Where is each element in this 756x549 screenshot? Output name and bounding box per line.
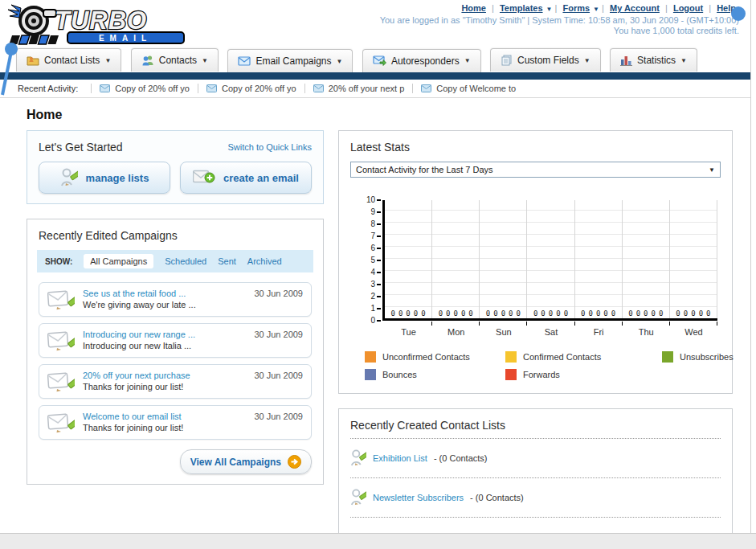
top-link-templates[interactable]: Templates <box>500 3 543 13</box>
footer-strip <box>0 533 756 549</box>
chart-y-axis: 109876543210 <box>362 200 382 321</box>
value-label: 0 <box>439 309 443 318</box>
envelope-pencil-icon <box>47 371 75 392</box>
chart-legend: Unconfirmed ContactsConfirmed ContactsUn… <box>365 351 721 380</box>
filter-sent[interactable]: Sent <box>218 256 236 266</box>
tab-label: Custom Fields <box>517 55 579 66</box>
contact-list-link[interactable]: Exhibition List <box>373 453 427 463</box>
value-label: 0 <box>706 309 710 318</box>
tab-label: Email Campaigns <box>255 55 331 67</box>
y-tick-label: 2 <box>370 292 381 301</box>
campaign-row[interactable]: Introducing our new range ... Introducin… <box>39 323 312 358</box>
people-icon <box>141 55 154 66</box>
chevron-down-icon: ▼ <box>202 57 208 64</box>
campaign-title-link[interactable]: Introducing our new range ... <box>83 330 246 339</box>
value-label: 0 <box>446 309 450 318</box>
value-label: 0 <box>636 309 640 318</box>
manage-lists-button[interactable]: manage lists <box>39 162 170 194</box>
contact-list-count: - (0 Contacts) <box>470 493 524 502</box>
envelope-icon <box>100 84 110 92</box>
top-link-forms[interactable]: Forms <box>562 3 590 13</box>
y-tick-label: 0 <box>370 316 381 325</box>
value-labels: 00000 <box>670 309 717 318</box>
envelope-pencil-icon <box>47 289 75 310</box>
tab-statistics[interactable]: Statistics ▼ <box>610 48 697 72</box>
view-all-campaigns-button[interactable]: View All Campaigns <box>180 449 312 474</box>
chevron-down-icon: ▼ <box>337 58 343 65</box>
legend-label: Forwards <box>523 370 560 379</box>
filter-scheduled[interactable]: Scheduled <box>165 256 206 266</box>
filter-archived[interactable]: Archived <box>247 256 282 266</box>
filter-all-campaigns[interactable]: All Campaigns <box>84 254 153 268</box>
legend-item: Unsubscribes <box>662 351 734 363</box>
campaign-title-link[interactable]: 20% off your next purchase <box>83 371 246 380</box>
x-tick-label: Wed <box>670 327 717 337</box>
switch-quick-links[interactable]: Switch to Quick Links <box>227 142 312 152</box>
chart-plot-area: 00000000000000000000000000000000000 <box>382 200 717 321</box>
status-line-2: You have 1,000 total credits left. <box>380 26 739 36</box>
chart-day-column: 00000 <box>670 200 717 318</box>
value-label: 0 <box>454 309 458 318</box>
recent-activity-item[interactable]: Copy of 20% off yo <box>91 84 198 93</box>
tab-contacts[interactable]: Contacts ▼ <box>131 48 219 72</box>
value-label: 0 <box>533 309 537 318</box>
value-label: 0 <box>509 309 513 318</box>
recent-activity-item[interactable]: Copy of Welcome to <box>412 84 524 93</box>
campaign-title-link[interactable]: See us at the retail food ... <box>83 289 246 298</box>
top-link-home[interactable]: Home <box>461 3 486 13</box>
recent-campaigns-panel: Recently Edited Campaigns SHOW: All Camp… <box>27 219 324 485</box>
campaign-row[interactable]: Welcome to our email list Thanks for joi… <box>39 405 312 440</box>
value-label: 0 <box>549 309 553 318</box>
chevron-down-icon: ▼ <box>464 57 471 64</box>
contact-list-link[interactable]: Newsletter Subscribers <box>373 493 464 502</box>
value-label: 0 <box>391 309 395 318</box>
top-link-logout[interactable]: Logout <box>673 3 703 13</box>
stats-range-value: Contact Activity for the Last 7 Days <box>356 165 493 174</box>
envelope-arrow-icon <box>373 55 386 66</box>
x-tick-label: Mon <box>432 327 480 337</box>
value-label: 0 <box>611 309 615 318</box>
y-tick-label: 6 <box>370 244 381 252</box>
campaign-date: 30 Jun 2009 <box>254 371 303 380</box>
value-labels: 00000 <box>480 309 526 318</box>
y-tick-label: 7 <box>370 231 381 240</box>
page-title: Home <box>27 108 731 122</box>
y-tick-label: 3 <box>370 280 381 289</box>
campaign-row[interactable]: See us at the retail food ... We're givi… <box>39 282 312 317</box>
value-labels: 00000 <box>623 309 669 318</box>
legend-swatch <box>365 351 376 363</box>
value-label: 0 <box>398 309 403 318</box>
legend-label: Unconfirmed Contacts <box>382 352 470 362</box>
legend-item: Forwards <box>505 369 662 380</box>
contact-list-item[interactable]: Newsletter Subscribers - (0 Contacts) <box>350 485 721 510</box>
envelope-icon <box>421 84 431 92</box>
main-nav: Contact Lists ▼ Contacts ▼ Email Campaig… <box>0 48 750 72</box>
app-window: TURBO EMAIL Home | Templates▼ | Forms▼ |… <box>0 0 751 533</box>
tab-label: Statistics <box>637 55 676 66</box>
top-link-my-account[interactable]: My Account <box>610 3 660 13</box>
person-pencil-icon <box>350 449 366 468</box>
navy-divider-bar <box>0 72 750 80</box>
value-labels: 00000 <box>432 309 479 318</box>
y-tick-label: 1 <box>370 304 381 313</box>
contact-activity-chart: 109876543210 000000000000000000000000000… <box>362 200 717 321</box>
recent-activity-bar: Recent Activity: Copy of 20% off yo Copy… <box>0 80 750 98</box>
contact-list-item[interactable]: Exhibition List - (0 Contacts) <box>350 445 721 471</box>
tab-email-campaigns[interactable]: Email Campaigns ▼ <box>227 49 353 72</box>
chevron-down-icon: ▼ <box>680 57 687 64</box>
tab-autoresponders[interactable]: Autoresponders ▼ <box>362 49 481 72</box>
chevron-down-icon: ▼ <box>709 166 715 174</box>
tab-contact-lists[interactable]: Contact Lists ▼ <box>16 48 121 72</box>
campaigns-title: Recently Edited Campaigns <box>39 229 312 242</box>
campaign-row[interactable]: 20% off your next purchase Thanks for jo… <box>39 364 312 399</box>
tab-custom-fields[interactable]: Custom Fields ▼ <box>490 48 601 72</box>
create-email-button[interactable]: create an email <box>180 162 312 194</box>
campaign-date: 30 Jun 2009 <box>254 412 303 421</box>
envelope-pencil-icon <box>47 330 75 351</box>
chevron-down-icon: ▼ <box>593 6 599 13</box>
recent-activity-item[interactable]: 20% off your next p <box>304 84 413 93</box>
campaign-title-link[interactable]: Welcome to our email list <box>83 412 246 421</box>
recent-activity-item[interactable]: Copy of 20% off yo <box>198 84 304 93</box>
contact-lists-title: Recently Created Contact Lists <box>350 419 721 432</box>
stats-range-dropdown[interactable]: Contact Activity for the Last 7 Days ▼ <box>350 162 721 178</box>
